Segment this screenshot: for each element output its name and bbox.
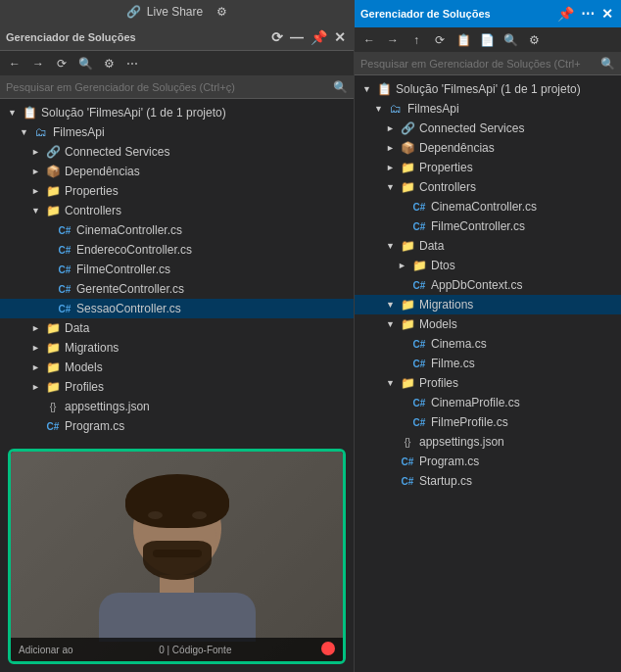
r-tree-program[interactable]: C# Program.cs xyxy=(355,452,621,471)
right-toolbar-up[interactable]: ↑ xyxy=(406,30,427,50)
live-share-bar[interactable]: 🔗 Live Share ⚙ xyxy=(0,0,354,24)
tree-item-connected[interactable]: ► 🔗 Connected Services xyxy=(0,142,354,162)
r-controllers-icon: 📁 xyxy=(400,179,415,195)
tree-item-sessao-ctrl[interactable]: C# SessaoController.cs xyxy=(0,299,354,318)
r-tree-profiles[interactable]: ▼ 📁 Profiles xyxy=(355,373,621,393)
right-toolbar-search[interactable]: 🔍 xyxy=(500,30,521,50)
left-search-bar: 🔍 xyxy=(0,76,354,99)
controllers-label: Controllers xyxy=(65,204,121,217)
right-toolbar-sync[interactable]: ⟳ xyxy=(429,30,451,50)
profiles-label: Profiles xyxy=(65,380,104,394)
connected-icon: 🔗 xyxy=(45,144,61,160)
r-cinema-ctrl-label: CinemaController.cs xyxy=(431,200,537,214)
tree-item-profiles[interactable]: ► 📁 Profiles xyxy=(0,377,354,397)
r-tree-controllers[interactable]: ▼ 📁 Controllers xyxy=(355,177,621,197)
r-tree-filme-m[interactable]: C# Filme.cs xyxy=(355,354,621,373)
right-tree-area: ▼ 📋 Solução 'FilmesApi' (1 de 1 projeto)… xyxy=(355,75,621,672)
toolbar-back[interactable]: ← xyxy=(4,54,25,73)
right-pin-icon[interactable]: 📌 xyxy=(555,6,576,22)
r-tree-appdb[interactable]: C# AppDbContext.cs xyxy=(355,275,621,295)
r-startup-label: Startup.cs xyxy=(419,474,472,488)
right-solution-explorer: Gerenciador de Soluções 📌 ⋯ ✕ ← → ↑ ⟳ 📋 … xyxy=(355,0,621,672)
r-tree-cinema-p[interactable]: C# CinemaProfile.cs xyxy=(355,393,621,412)
tree-item-solution[interactable]: ▼ 📋 Solução 'FilmesApi' (1 de 1 projeto) xyxy=(0,103,354,122)
tree-item-program[interactable]: C# Program.cs xyxy=(0,416,354,436)
startup-icon: C# xyxy=(45,438,61,441)
person-body xyxy=(99,593,256,642)
close-icon[interactable]: ✕ xyxy=(332,29,348,45)
tree-item-properties[interactable]: ► 📁 Properties xyxy=(0,181,354,201)
right-search-icon[interactable]: 🔍 xyxy=(600,57,615,71)
tree-item-filme-ctrl[interactable]: C# FilmeController.cs xyxy=(0,260,354,279)
tree-item-gerente-ctrl[interactable]: C# GerenteController.cs xyxy=(0,279,354,299)
r-deps-label: Dependências xyxy=(419,141,495,155)
toolbar-settings[interactable]: ⚙ xyxy=(98,54,119,73)
right-toolbar-forward[interactable]: → xyxy=(382,30,404,50)
r-appsettings-label: appsettings.json xyxy=(419,435,504,449)
r-filme-p-label: FilmeProfile.cs xyxy=(431,415,508,429)
r-tree-dtos[interactable]: ► 📁 Dtos xyxy=(355,256,621,275)
arrow-solution: ▼ xyxy=(8,108,22,118)
r-filme-p-icon: C# xyxy=(411,414,427,430)
sync-icon[interactable]: ⟳ xyxy=(269,29,285,45)
tree-item-startup[interactable]: C# Startup.cs xyxy=(0,436,354,441)
r-tree-properties[interactable]: ► 📁 Properties xyxy=(355,158,621,177)
status-dot xyxy=(321,642,335,655)
endereco-ctrl-icon: C# xyxy=(57,242,72,258)
tree-item-cinema-ctrl[interactable]: C# CinemaController.cs xyxy=(0,220,354,240)
left-search-icon[interactable]: 🔍 xyxy=(333,80,348,94)
r-tree-filme-ctrl[interactable]: C# FilmeController.cs xyxy=(355,216,621,236)
sessao-ctrl-icon: C# xyxy=(57,301,72,316)
r-tree-solution[interactable]: ▼ 📋 Solução 'FilmesApi' (1 de 1 projeto) xyxy=(355,79,621,99)
r-tree-connected[interactable]: ► 🔗 Connected Services xyxy=(355,119,621,138)
r-tree-migrations[interactable]: ▼ 📁 Migrations xyxy=(355,295,621,314)
r-tree-deps[interactable]: ► 📦 Dependências xyxy=(355,138,621,158)
tree-item-migrations[interactable]: ► 📁 Migrations xyxy=(0,338,354,358)
r-tree-models[interactable]: ▼ 📁 Models xyxy=(355,314,621,334)
r-tree-filme-p[interactable]: C# FilmeProfile.cs xyxy=(355,412,621,432)
right-close-icon[interactable]: ✕ xyxy=(599,6,615,22)
tree-item-project[interactable]: ▼ 🗂 FilmesApi xyxy=(0,122,354,142)
toolbar-filter[interactable]: 🔍 xyxy=(74,54,96,73)
r-tree-cinema-ctrl[interactable]: C# CinemaController.cs xyxy=(355,197,621,216)
right-toolbar-paste[interactable]: 📄 xyxy=(476,30,498,50)
right-toolbar-back[interactable]: ← xyxy=(358,30,380,50)
tree-item-data[interactable]: ► 📁 Data xyxy=(0,318,354,338)
left-search-input[interactable] xyxy=(6,81,329,93)
tree-item-endereco-ctrl[interactable]: C# EnderecoController.cs xyxy=(0,240,354,260)
models-icon: 📁 xyxy=(45,360,61,375)
gerente-ctrl-label: GerenteController.cs xyxy=(76,282,184,296)
profiles-icon: 📁 xyxy=(45,379,61,395)
r-tree-data[interactable]: ▼ 📁 Data xyxy=(355,236,621,256)
tree-item-appsettings[interactable]: {} appsettings.json xyxy=(0,397,354,416)
collapse-icon[interactable]: — xyxy=(288,29,306,45)
right-more-icon[interactable]: ⋯ xyxy=(579,6,597,22)
r-tree-project[interactable]: ▼ 🗂 FilmesApi xyxy=(355,99,621,119)
r-arrow-properties: ► xyxy=(386,163,400,172)
r-project-icon: 🗂 xyxy=(388,101,404,117)
r-program-icon: C# xyxy=(400,454,415,469)
r-cinema-m-icon: C# xyxy=(411,336,427,352)
right-toolbar-settings[interactable]: ⚙ xyxy=(523,30,545,50)
right-search-input[interactable] xyxy=(360,58,597,70)
program-icon: C# xyxy=(45,418,61,434)
pin-icon[interactable]: 📌 xyxy=(309,29,329,45)
toolbar-sync[interactable]: ⟳ xyxy=(51,54,72,73)
tree-item-deps[interactable]: ► 📦 Dependências xyxy=(0,162,354,181)
tree-item-models[interactable]: ► 📁 Models xyxy=(0,358,354,377)
arrow-models: ► xyxy=(31,362,45,372)
models-label: Models xyxy=(65,360,103,374)
r-tree-startup[interactable]: C# Startup.cs xyxy=(355,471,621,491)
left-solution-explorer: 🔗 Live Share ⚙ Gerenciador de Soluções ⟳… xyxy=(0,0,355,672)
r-filme-m-icon: C# xyxy=(411,356,427,371)
right-panel-title: Gerenciador de Soluções xyxy=(360,8,491,20)
r-tree-appsettings[interactable]: {} appsettings.json xyxy=(355,432,621,452)
tree-item-controllers[interactable]: ▼ 📁 Controllers xyxy=(0,201,354,220)
toolbar-more[interactable]: ⋯ xyxy=(121,54,143,73)
video-feed xyxy=(11,452,343,661)
solution-icon: 📋 xyxy=(22,105,37,120)
toolbar-forward[interactable]: → xyxy=(27,54,49,73)
r-tree-cinema-m[interactable]: C# Cinema.cs xyxy=(355,334,621,354)
deps-label: Dependências xyxy=(65,165,140,178)
right-toolbar-copy[interactable]: 📋 xyxy=(453,30,474,50)
